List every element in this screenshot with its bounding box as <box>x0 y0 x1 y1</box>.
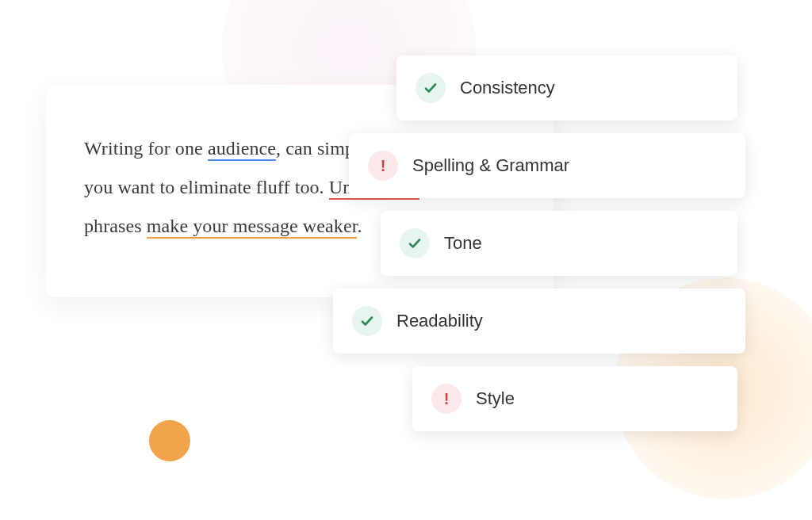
blue-underlined-text: audience <box>208 138 276 161</box>
checkmark-icon <box>352 306 382 336</box>
check-card-tone[interactable]: Tone <box>381 211 737 276</box>
text-segment: . <box>357 216 362 236</box>
exclamation-icon: ! <box>431 384 462 414</box>
check-card-consistency[interactable]: Consistency <box>396 55 737 120</box>
decorative-dot <box>149 420 190 461</box>
checkmark-icon <box>400 228 430 258</box>
check-label: Readability <box>396 311 483 331</box>
orange-underlined-text: make your message weaker <box>147 216 358 239</box>
text-segment: Writing for one <box>84 138 208 159</box>
check-label: Consistency <box>460 78 555 98</box>
check-card-style[interactable]: !Style <box>412 366 737 431</box>
check-card-readability[interactable]: Readability <box>333 289 745 354</box>
check-label: Style <box>476 388 515 409</box>
check-label: Spelling & Grammar <box>412 155 569 176</box>
check-label: Tone <box>444 233 482 254</box>
exclamation-icon: ! <box>368 151 398 181</box>
check-card-spelling-grammar[interactable]: !Spelling & Grammar <box>349 133 745 198</box>
checkmark-icon <box>416 73 446 103</box>
